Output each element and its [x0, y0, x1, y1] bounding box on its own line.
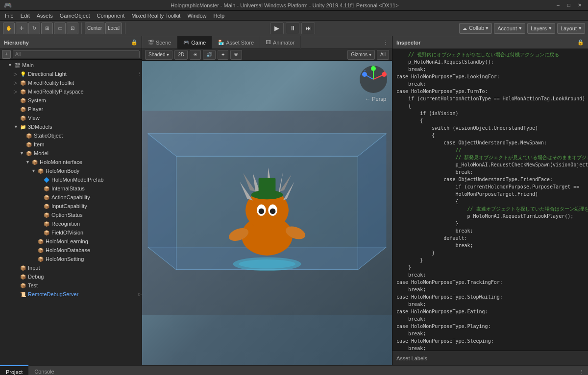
hierarchy-panel: Hierarchy 🔒 + ▼ 🎬 Main ▷ 💡 Directional L… — [0, 36, 142, 365]
tree-item-fieldOfVision[interactable]: 📦 FieldOfVision — [0, 228, 142, 237]
scene-options[interactable]: ⋮ — [379, 40, 392, 45]
menu-help[interactable]: Help — [211, 12, 228, 20]
tree-item-remoteDebugServer[interactable]: 📜 RemoteDebugServer ▷ — [0, 290, 142, 299]
lighting-toggle[interactable]: ☀ — [190, 50, 201, 60]
tab-game[interactable]: 🎮 Game — [177, 36, 212, 49]
code-line-15: // 新発見オブジェクトが見えている場合はそのままオブジェクト種別をチェックする — [396, 154, 584, 161]
maximize-button[interactable]: □ — [564, 1, 573, 10]
tree-item-view[interactable]: 📦 View — [0, 114, 142, 122]
play-button[interactable]: ▶ — [270, 23, 284, 34]
layers-dropdown[interactable]: Layers ▾ — [527, 23, 555, 34]
tree-item-directional-light[interactable]: ▷ 💡 Directional Light ⋮ — [0, 70, 142, 78]
hierarchy-search[interactable] — [13, 50, 140, 58]
scene-tabs: 🎬 Scene 🎮 Game 🏪 Asset Store 🎞 Animator … — [142, 36, 392, 49]
tab-project[interactable]: Project — [0, 365, 28, 375]
code-line-22: // 友達オブジェクトを探していた場合はターン処理を再実行する — [396, 205, 584, 212]
tab-animator[interactable]: 🎞 Animator — [260, 36, 301, 49]
menu-component[interactable]: Component — [94, 12, 127, 20]
tree-item-optionStatus[interactable]: 📦 OptionStatus — [0, 211, 142, 219]
svg-text:Y: Y — [372, 65, 375, 68]
code-line-12: { — [396, 132, 584, 139]
tree-item-inputCapability[interactable]: 📦 InputCapability — [0, 202, 142, 211]
account-dropdown[interactable]: Account ▾ — [494, 23, 525, 34]
code-line-36: case HoloMonPurposeType.Eating: — [396, 308, 584, 315]
scene-svg — [142, 61, 392, 365]
code-line-40: case HoloMonPurposeType.Sleeping: — [396, 337, 584, 345]
hierarchy-content: ▼ 🎬 Main ▷ 💡 Directional Light ⋮ ▷ 📦 Mix… — [0, 60, 142, 365]
all-layers[interactable]: All — [377, 50, 389, 60]
tree-item-holoMonSetting[interactable]: 📦 HoloMonSetting — [0, 255, 142, 263]
menu-edit[interactable]: Edit — [18, 12, 33, 20]
tree-item-actionCapability[interactable]: 📦 ActionCapability — [0, 193, 142, 202]
layout-dropdown[interactable]: Layout ▾ — [557, 23, 585, 34]
code-line-34: case HoloMonPurposeType.StopWaiting: — [396, 293, 584, 301]
tab-scene[interactable]: 🎬 Scene — [142, 36, 177, 49]
svg-text:Z: Z — [364, 70, 366, 73]
tree-item-system[interactable]: 📦 System — [0, 96, 142, 105]
menu-file[interactable]: File — [2, 12, 17, 20]
code-line-37: break; — [396, 315, 584, 323]
transform-tool[interactable]: ⊡ — [67, 23, 78, 34]
tab-asset-store[interactable]: 🏪 Asset Store — [212, 36, 260, 49]
2d-toggle[interactable]: 2D — [174, 50, 188, 60]
tree-item-holoMonDatabase[interactable]: 📦 HoloMonDatabase — [0, 246, 142, 255]
rect-tool[interactable]: ▭ — [54, 23, 66, 34]
scene-viewport[interactable]: ← Persp X Y Z — [142, 61, 392, 365]
tree-item-mixed-reality-toolkit[interactable]: ▷ 📦 MixedRealityToolkit — [0, 78, 142, 87]
scene-gizmo[interactable]: X Y Z — [359, 65, 388, 94]
close-button[interactable]: ✕ — [575, 1, 584, 10]
step-button[interactable]: ⏭ — [301, 23, 315, 34]
tree-item-debug[interactable]: 📦 Debug — [0, 272, 142, 281]
code-line-14: // — [396, 146, 584, 154]
tree-item-internalStatus[interactable]: 📦 InternalStatus — [0, 184, 142, 193]
rotate-tool[interactable]: ↻ — [28, 23, 40, 34]
code-line-32: case HoloMonPurposeType.TrackingFor: — [396, 279, 584, 286]
tree-item-3dmodels[interactable]: ▼ 📁 3DModels — [0, 122, 142, 131]
tree-item-holoMonBody[interactable]: ▼ 📦 HoloMonBody — [0, 166, 142, 175]
menubar: File Edit Assets GameObject Component Mi… — [0, 11, 588, 21]
code-line-7: if (currentHolomonActionType == HoloMonA… — [396, 95, 584, 102]
svg-rect-27 — [259, 178, 276, 195]
move-tool[interactable]: ✛ — [16, 23, 27, 34]
scene-toolbar: Shaded ▾ 2D ☀ 🔊 ✦ 👁 Gizmos ▾ All — [142, 49, 392, 61]
tree-item-mixed-reality-playspace[interactable]: ▷ 📦 MixedRealityPlayspace — [0, 87, 142, 96]
tree-item-holoMonLearning[interactable]: 📦 HoloMonLearning — [0, 237, 142, 246]
pivot-toggle[interactable]: Center — [85, 23, 104, 34]
menu-gameobject[interactable]: GameObject — [57, 12, 93, 20]
menu-assets[interactable]: Assets — [34, 12, 56, 20]
tree-item-main[interactable]: ▼ 🎬 Main — [0, 61, 142, 70]
persp-label: ← Persp — [365, 96, 386, 102]
collab-dropdown[interactable]: ☁ Collab ▾ — [459, 23, 492, 34]
bottom-tab-options[interactable]: ⋮ — [575, 369, 588, 375]
lock-icon[interactable]: 🔒 — [131, 39, 138, 46]
tree-item-item[interactable]: 📦 Item — [0, 140, 142, 149]
shading-dropdown[interactable]: Shaded ▾ — [145, 50, 172, 60]
bottom-tabs: Project Console ⋮ — [0, 365, 588, 375]
sound-toggle[interactable]: 🔊 — [203, 50, 216, 60]
tree-item-holoMonInterface[interactable]: ▼ 📦 HoloMonInterface — [0, 158, 142, 166]
code-line-1: // 視野内にオブジェクトが存在しない場合は待機アクションに戻る — [396, 51, 584, 58]
local-toggle[interactable]: Local — [105, 23, 122, 34]
hand-tool[interactable]: ✋ — [3, 23, 15, 34]
tree-item-test[interactable]: 📦 Test — [0, 281, 142, 290]
tree-item-input[interactable]: 📦 Input — [0, 263, 142, 272]
menu-mixed-reality[interactable]: Mixed Reality Toolkit — [128, 12, 183, 20]
hidden-toggle[interactable]: 👁 — [230, 50, 242, 60]
scale-tool[interactable]: ⊞ — [41, 23, 53, 34]
hierarchy-add-button[interactable]: + — [2, 50, 11, 59]
tree-item-holoMonModelPrefab[interactable]: 🔷 HoloMonModelPrefab — [0, 175, 142, 184]
gizmos-dropdown[interactable]: Gizmos ▾ — [347, 50, 375, 60]
tab-console[interactable]: Console — [28, 365, 60, 375]
pause-button[interactable]: ⏸ — [286, 23, 299, 34]
tree-item-recognition[interactable]: 📦 Recognition — [0, 219, 142, 228]
tree-item-static-object[interactable]: 📦 StaticObject — [0, 131, 142, 140]
tree-item-player[interactable]: 📦 Player — [0, 105, 142, 114]
code-line-21: { — [396, 198, 584, 205]
title-text: HolographicMonster - Main - Universal Wi… — [16, 2, 554, 8]
effects-toggle[interactable]: ✦ — [218, 50, 228, 60]
menu-window[interactable]: Window — [184, 12, 209, 20]
inspector-lock[interactable]: 🔒 — [577, 39, 584, 46]
code-line-2: p_HoloMonAI.RequestStandby(); — [396, 58, 584, 66]
tree-item-model[interactable]: ▼ 📦 Model — [0, 149, 142, 158]
minimize-button[interactable]: – — [554, 1, 563, 10]
